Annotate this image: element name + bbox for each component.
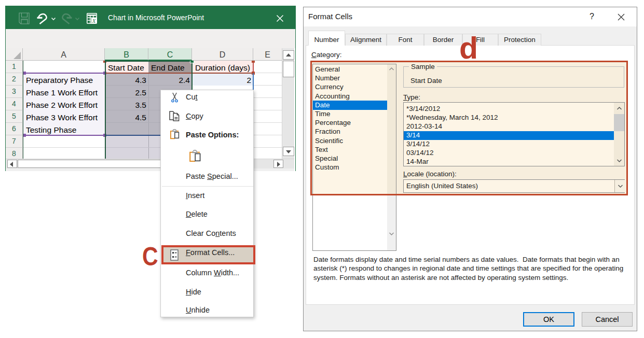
svg-text:X: X	[92, 18, 96, 24]
